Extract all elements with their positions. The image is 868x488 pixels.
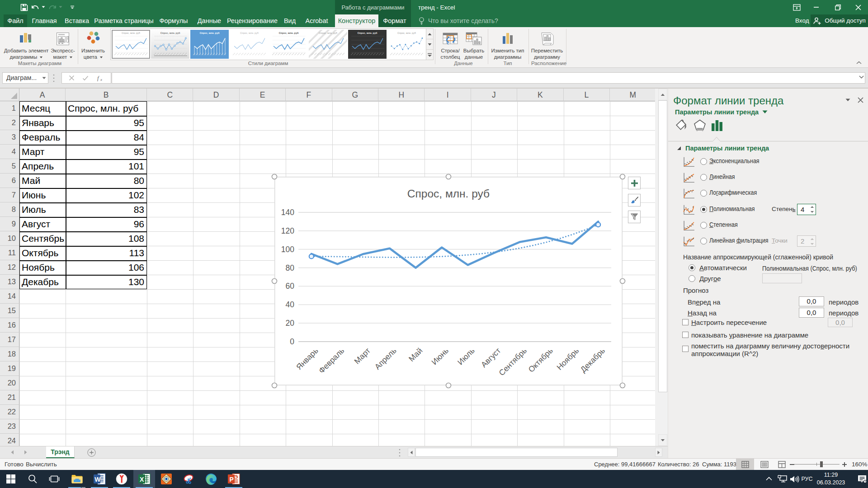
chart-selection-handle[interactable] [272,383,277,388]
taskbar-app-faststone[interactable] [156,470,177,488]
radio-mavg[interactable] [700,238,707,244]
spinner-poly[interactable]: 4 [797,204,816,215]
chart-selection-handle[interactable] [272,174,277,179]
column-header-J[interactable]: J [471,89,517,101]
ribbon-tab-формулы[interactable]: Формулы [156,14,192,27]
zoom-in-button[interactable] [842,462,847,467]
radio-lin[interactable] [700,174,707,181]
column-header-G[interactable]: G [332,89,378,101]
chart-selection-handle[interactable] [446,174,451,179]
save-button[interactable] [19,2,29,13]
column-header-L[interactable]: L [564,89,610,101]
pane-close-button[interactable] [858,97,863,103]
zoom-slider-handle[interactable] [820,461,823,467]
chart-selection-handle[interactable] [272,279,277,284]
undo-button[interactable] [30,2,41,13]
enter-icon[interactable] [82,75,89,81]
collapse-ribbon-button[interactable] [856,61,864,67]
radio-exp[interactable] [700,158,707,165]
taskbar-app-excel[interactable]: X [133,470,155,488]
trendline-endpoint-handle[interactable] [596,222,600,227]
pane-subtitle[interactable]: Параметры линии тренда [675,108,768,116]
chart-style-2[interactable]: Спрос, млн. руб [151,30,189,59]
vscroll-thumb[interactable] [658,100,667,392]
row-header-10[interactable]: 10 [0,231,19,246]
chart-filter-button[interactable] [628,211,641,223]
forward-input[interactable]: 0,0 [799,296,824,306]
row-header-22[interactable]: 22 [0,405,19,419]
column-header-H[interactable]: H [378,89,425,101]
zoom-slider-track[interactable] [794,464,840,465]
sheet-tab-active[interactable]: Трэнд [46,446,75,458]
ribbon-tab-данные[interactable]: Данные [193,14,225,27]
radio-poly[interactable] [700,206,707,213]
view-button-normal-view[interactable] [736,459,754,470]
ribbon-tab-разметка-страницы[interactable]: Разметка страницы [94,14,154,27]
taskbar-search-button[interactable] [22,470,43,488]
horizontal-scrollbar[interactable] [408,448,662,457]
hscroll-left-button[interactable] [408,448,415,457]
clock[interactable]: 11:2906.03.2023 [816,471,846,487]
radio-custom[interactable] [689,275,695,282]
chart-style-3[interactable]: Спрос, млн. руб [190,30,229,59]
close-button[interactable] [848,0,868,14]
network-icon[interactable] [778,475,788,483]
tabbar-splitter[interactable] [399,449,401,457]
chart-add-element-button[interactable] [628,177,641,189]
row-header-11[interactable]: 11 [0,246,19,260]
column-header-C[interactable]: C [147,89,193,101]
row-header-17[interactable]: 17 [0,333,19,347]
radio-pow[interactable] [700,222,707,229]
ribbon-tab-файл[interactable]: Файл [4,14,27,27]
vertical-scrollbar[interactable] [655,89,668,446]
name-box-dropdown-icon[interactable] [40,72,48,84]
gallery-more-button[interactable] [426,50,433,60]
view-button-page-layout-view[interactable] [756,459,773,470]
taskbar-app-edge[interactable] [200,470,222,488]
taskbar-app-powerpoint[interactable]: P [223,470,245,488]
pane-section-header[interactable]: Параметры линии тренда [677,145,769,152]
row-header-3[interactable]: 3 [0,130,19,145]
sheet-nav-right[interactable] [24,450,28,455]
chart-style-7[interactable]: Спрос, млн. руб [348,30,387,59]
gallery-up-button[interactable] [426,29,433,39]
pane-tab-fill-line[interactable] [675,119,689,131]
column-header-A[interactable]: A [19,89,66,101]
row-header-12[interactable]: 12 [0,260,19,275]
radio-auto[interactable] [689,264,695,271]
row-header-9[interactable]: 9 [0,217,19,231]
backward-input[interactable]: 0,0 [799,308,824,318]
worksheet[interactable]: ABCDEFGHIJKLM123456789101112131415161718… [0,89,655,446]
customize-qat-button[interactable] [67,2,78,13]
taskbar-app-snip[interactable] [178,470,200,488]
chart-style-1[interactable]: Спрос, млн. руб [112,30,150,59]
checkbox-2[interactable] [682,346,689,352]
spinner-down[interactable] [810,210,815,215]
share-button[interactable]: Общий доступ [811,14,868,27]
row-header-23[interactable]: 23 [0,419,19,434]
zoom-level[interactable]: 160% [852,459,868,470]
taskbar-start-button[interactable] [0,470,22,488]
chart-style-button[interactable] [628,194,641,206]
spinner-up[interactable] [810,236,815,241]
pane-tab-trendline-options[interactable] [711,119,723,132]
taskbar-task-view-button[interactable] [43,470,65,488]
select-all-corner[interactable] [0,89,19,101]
expand-formula-bar-icon[interactable] [859,75,864,79]
taskbar-app-yandex-browser[interactable] [111,470,132,488]
cancel-icon[interactable] [69,75,75,81]
formula-splitter[interactable] [53,74,55,82]
language-indicator[interactable]: РУС [800,470,814,488]
view-button-page-break-view[interactable] [773,459,790,470]
spinner-up[interactable] [810,205,815,210]
minimize-button[interactable] [807,0,826,14]
chart-selection-handle[interactable] [620,383,625,388]
tray-expand-icon[interactable] [765,475,773,483]
redo-button[interactable] [47,2,58,13]
spinner-down[interactable] [810,241,815,246]
row-header-13[interactable]: 13 [0,275,19,289]
row-header-1[interactable]: 1 [0,101,19,116]
pane-options-caret[interactable] [845,99,850,102]
chart-title[interactable]: Спрос, млн. руб [407,188,490,200]
status-calc[interactable]: Вычислить [26,459,57,470]
